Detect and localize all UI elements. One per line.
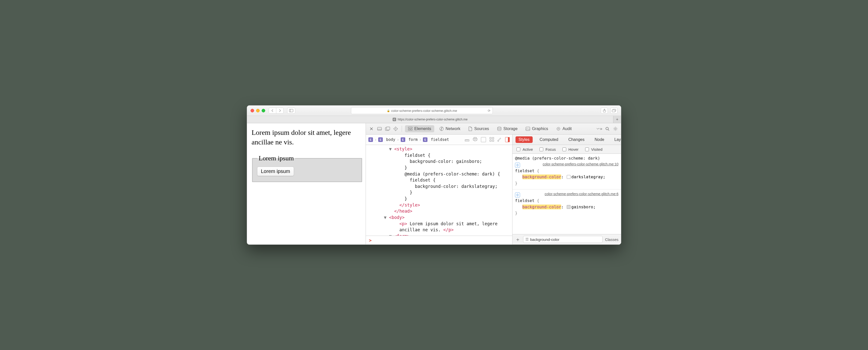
tab-network[interactable]: Network — [436, 125, 464, 132]
styles-tabs: Styles Computed Changes Node Layers — [513, 135, 621, 145]
address-host: color-scheme-prefers-color-scheme.glitch… — [391, 109, 457, 113]
pseudo-visited[interactable]: Visited — [584, 147, 602, 152]
title-bar: 🔒 color-scheme-prefers-color-scheme.glit… — [247, 106, 621, 116]
console-prompt[interactable]: > — [366, 236, 512, 244]
title-bar-right-controls — [601, 108, 617, 114]
svg-rect-5 — [377, 127, 381, 130]
jump-to-source-icon[interactable]: {} — [515, 193, 520, 198]
pseudo-hover[interactable]: Hover — [561, 147, 579, 152]
browser-tab[interactable]: C https://color-scheme-prefers-color-sch… — [247, 116, 613, 123]
elements-panel: E › E body › E form › E fieldset — [366, 135, 513, 244]
css-rules[interactable]: @media (prefers-color-scheme: dark) {}co… — [513, 154, 621, 234]
dock-side-button[interactable] — [384, 125, 391, 132]
box-model-icon[interactable] — [481, 137, 486, 142]
tab-storage[interactable]: Storage — [494, 125, 521, 132]
breadcrumb-form[interactable]: E form — [401, 137, 417, 142]
more-tabs-button[interactable]: » — [596, 125, 602, 132]
dom-tree[interactable]: ▼ <style> fieldset { background-color: g… — [366, 145, 512, 236]
reload-button[interactable]: ⟳ — [488, 109, 491, 113]
minimize-window-button[interactable] — [256, 109, 260, 112]
settings-button[interactable] — [612, 125, 618, 132]
audit-icon — [556, 127, 561, 131]
address-bar[interactable]: 🔒 color-scheme-prefers-color-scheme.glit… — [351, 107, 493, 114]
browser-tab-strip: C https://color-scheme-prefers-color-sch… — [247, 116, 621, 123]
ruler-icon[interactable] — [465, 137, 469, 142]
devtools: Elements Network Sources Storage Graphic… — [366, 123, 621, 244]
svg-rect-11 — [408, 127, 412, 128]
styles-tab-styles[interactable]: Styles — [516, 136, 533, 143]
toggle-sidebar-icon[interactable] — [505, 137, 510, 142]
svg-rect-8 — [386, 127, 390, 130]
new-tab-button[interactable]: + — [613, 116, 621, 123]
breadcrumb-body[interactable]: E body — [378, 137, 395, 142]
svg-rect-25 — [492, 137, 494, 139]
breadcrumb-root[interactable]: E — [368, 137, 373, 142]
svg-rect-20 — [465, 140, 469, 141]
svg-point-15 — [498, 127, 501, 128]
share-button[interactable] — [601, 108, 608, 114]
rule-source-link[interactable]: color-scheme-prefers-color-scheme.glitch… — [545, 192, 618, 197]
filter-icon: ☰ — [525, 237, 529, 242]
tab-elements[interactable]: Elements — [405, 125, 434, 132]
print-icon[interactable] — [473, 137, 477, 142]
maximize-window-button[interactable] — [262, 109, 265, 112]
svg-rect-4 — [612, 110, 615, 112]
styles-tab-node[interactable]: Node — [591, 136, 607, 143]
styles-tab-changes[interactable]: Changes — [565, 136, 587, 143]
svg-rect-13 — [410, 129, 412, 130]
content-split: Lorem ipsum dolor sit amet, legere ancil… — [247, 123, 621, 244]
css-rule-2: {}color-scheme-prefers-color-scheme.glit… — [515, 192, 618, 216]
pseudo-active[interactable]: Active — [516, 147, 533, 152]
forward-button[interactable] — [276, 108, 283, 113]
console-chevron-icon: > — [369, 238, 372, 243]
dock-bottom-button[interactable] — [376, 125, 382, 132]
styles-filter-row: ＋ ☰ background-color Classes — [513, 234, 621, 244]
svg-rect-21 — [474, 137, 476, 138]
show-tabs-button[interactable] — [610, 108, 617, 114]
search-button[interactable] — [604, 125, 610, 132]
grid-icon[interactable] — [490, 137, 494, 142]
classes-toggle[interactable]: Classes — [605, 237, 618, 242]
page-legend: Lorem ipsum — [257, 154, 295, 162]
graphics-icon — [526, 127, 530, 131]
styles-tab-layers[interactable]: Layers — [611, 136, 621, 143]
jump-to-source-icon[interactable]: {} — [515, 163, 520, 168]
sources-icon — [468, 126, 472, 131]
styles-tab-computed[interactable]: Computed — [537, 136, 561, 143]
back-button[interactable] — [269, 108, 276, 113]
show-sidebar-button[interactable] — [287, 108, 295, 114]
lock-icon: 🔒 — [387, 109, 390, 112]
page-paragraph: Lorem ipsum dolor sit amet, legere ancil… — [252, 128, 363, 147]
svg-point-18 — [606, 127, 608, 130]
inspect-element-button[interactable] — [393, 125, 399, 132]
svg-rect-24 — [490, 137, 491, 139]
paint-icon[interactable] — [498, 137, 502, 142]
color-swatch[interactable] — [567, 175, 570, 179]
svg-rect-26 — [490, 140, 491, 141]
tab-graphics[interactable]: Graphics — [523, 125, 551, 132]
devtools-toolbar: Elements Network Sources Storage Graphic… — [366, 123, 621, 135]
rule-source-link[interactable]: color-scheme-prefers-color-scheme.glitch… — [543, 162, 618, 167]
close-devtools-button[interactable] — [368, 125, 374, 132]
svg-rect-23 — [474, 140, 476, 141]
pseudo-class-toggles: Active Focus Hover Visited — [513, 145, 621, 154]
svg-rect-27 — [492, 140, 494, 141]
pseudo-focus[interactable]: Focus — [538, 147, 556, 152]
breadcrumb-fieldset[interactable]: E fieldset — [423, 137, 449, 142]
tab-audit[interactable]: Audit — [553, 125, 575, 132]
styles-filter-input[interactable]: ☰ background-color — [523, 236, 602, 243]
color-swatch[interactable] — [567, 205, 570, 209]
page-fieldset: Lorem ipsum Lorem ipsum — [252, 154, 362, 182]
svg-rect-0 — [289, 109, 293, 112]
svg-point-10 — [395, 128, 396, 129]
close-window-button[interactable] — [251, 109, 254, 112]
css-rule-1: @media (prefers-color-scheme: dark) {}co… — [515, 155, 618, 186]
nav-arrows — [269, 108, 284, 114]
new-rule-button[interactable]: ＋ — [515, 236, 521, 243]
elements-icon — [408, 127, 412, 131]
page-button[interactable]: Lorem ipsum — [257, 167, 294, 176]
safari-window: 🔒 color-scheme-prefers-color-scheme.glit… — [247, 105, 621, 245]
tab-sources[interactable]: Sources — [465, 125, 492, 132]
svg-rect-16 — [526, 127, 530, 130]
storage-icon — [497, 126, 502, 131]
